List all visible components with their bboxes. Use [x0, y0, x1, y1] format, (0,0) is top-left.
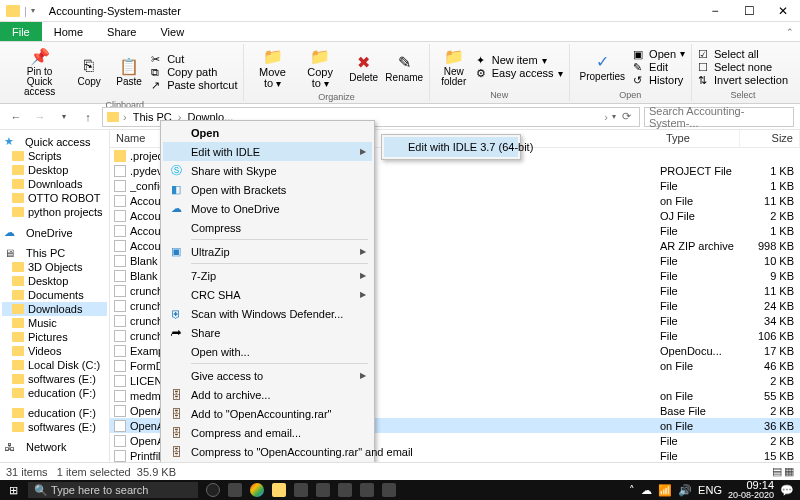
- nav-item[interactable]: Videos: [2, 344, 107, 358]
- ctx-compress-email[interactable]: 🗄Compress and email...: [163, 423, 372, 442]
- nav-item[interactable]: Music: [2, 316, 107, 330]
- ctx-7zip[interactable]: 7-Zip▶: [163, 266, 372, 285]
- app-icon[interactable]: [338, 483, 352, 497]
- ctx-defender[interactable]: ⛨Scan with Windows Defender...: [163, 304, 372, 323]
- refresh-icon[interactable]: ⟳: [618, 110, 635, 123]
- dropdown-icon[interactable]: ▾: [31, 6, 35, 15]
- tray-cloud-icon[interactable]: ☁: [641, 484, 652, 497]
- ctx-add-openacc[interactable]: 🗄Add to "OpenAccounting.rar": [163, 404, 372, 423]
- col-type[interactable]: Type: [660, 130, 740, 147]
- ctx-add-archive[interactable]: 🗄Add to archive...: [163, 385, 372, 404]
- select-none-button[interactable]: ☐Select none: [698, 61, 788, 73]
- open-button[interactable]: ▣Open ▾: [633, 48, 685, 60]
- select-all-button[interactable]: ☑Select all: [698, 48, 788, 60]
- file-icon: [114, 285, 126, 297]
- copy-to-button[interactable]: 📁Copy to ▾: [299, 44, 342, 91]
- nav-item[interactable]: education (F:): [2, 406, 107, 420]
- ctx-open[interactable]: Open: [163, 123, 372, 142]
- up-button[interactable]: ↑: [78, 107, 98, 127]
- nav-item[interactable]: Pictures: [2, 330, 107, 344]
- ctx-edit-idle[interactable]: Edit with IDLE▶: [163, 142, 372, 161]
- pin-button[interactable]: 📌Pin to Quick access: [12, 44, 67, 99]
- nav-item[interactable]: python projects: [2, 205, 107, 219]
- paste-shortcut-button[interactable]: ↗Paste shortcut: [151, 79, 237, 91]
- ctx-move-onedrive[interactable]: ☁Move to OneDrive: [163, 199, 372, 218]
- nav-network[interactable]: 🖧 Network: [2, 440, 107, 454]
- minimize-button[interactable]: −: [698, 0, 732, 22]
- invert-selection-button[interactable]: ⇅Invert selection: [698, 74, 788, 86]
- ctx-open-with[interactable]: Open with...: [163, 342, 372, 361]
- new-folder-button[interactable]: 📁New folder: [436, 44, 472, 89]
- easy-access-button[interactable]: ⚙Easy access ▾: [476, 67, 563, 79]
- copy-button[interactable]: ⎘Copy: [71, 54, 107, 89]
- nav-item[interactable]: Local Disk (C:): [2, 358, 107, 372]
- ctx-compress[interactable]: Compress: [163, 218, 372, 237]
- nav-this-pc[interactable]: 🖥 This PC: [2, 246, 107, 260]
- nav-item[interactable]: softwares (E:): [2, 372, 107, 386]
- tray-wifi-icon[interactable]: 📶: [658, 484, 672, 497]
- ctx-open-brackets[interactable]: ◧Open with Brackets: [163, 180, 372, 199]
- view-details-icon[interactable]: ▤: [772, 465, 782, 478]
- search-input[interactable]: Search Accounting-System-...: [644, 107, 794, 127]
- chrome-icon[interactable]: [250, 483, 264, 497]
- paste-button[interactable]: 📋Paste: [111, 54, 147, 89]
- nav-item[interactable]: Desktop: [2, 163, 107, 177]
- nav-item[interactable]: Downloads: [2, 177, 107, 191]
- new-item-button[interactable]: ✦New item ▾: [476, 54, 563, 66]
- ctx-share[interactable]: ⮫Share: [163, 323, 372, 342]
- view-large-icon[interactable]: ▦: [784, 465, 794, 478]
- cut-button[interactable]: ✂Cut: [151, 53, 237, 65]
- copy-path-button[interactable]: ⧉Copy path: [151, 66, 237, 78]
- rename-button[interactable]: ✎Rename: [386, 50, 423, 85]
- nav-item[interactable]: OTTO ROBOT: [2, 191, 107, 205]
- nav-item[interactable]: 3D Objects: [2, 260, 107, 274]
- dropdown-icon[interactable]: ▾: [612, 112, 616, 121]
- app-icon[interactable]: [316, 483, 330, 497]
- ctx-give-access[interactable]: Give access to▶: [163, 366, 372, 385]
- tray-notifications-icon[interactable]: 💬: [780, 484, 794, 497]
- edit-button[interactable]: ✎Edit: [633, 61, 685, 73]
- delete-button[interactable]: ✖Delete: [346, 50, 382, 85]
- nav-item[interactable]: softwares (E:): [2, 420, 107, 434]
- ctx-compress-oa-email[interactable]: 🗄Compress to "OpenAccounting.rar" and em…: [163, 442, 372, 461]
- ctx-ultrazip[interactable]: ▣UltraZip▶: [163, 242, 372, 261]
- properties-button[interactable]: ✓Properties: [576, 49, 630, 84]
- explorer-icon[interactable]: [272, 483, 286, 497]
- ribbon-collapse-icon[interactable]: ⌃: [780, 22, 800, 41]
- app-icon[interactable]: [294, 483, 308, 497]
- chevron-icon[interactable]: ›: [602, 111, 610, 123]
- tray-chevron-icon[interactable]: ˄: [629, 484, 635, 497]
- context-submenu: Edit with IDLE 3.7 (64-bit): [381, 134, 521, 160]
- tray-lang[interactable]: ENG: [698, 484, 722, 496]
- start-button[interactable]: ⊞: [0, 484, 26, 497]
- submenu-idle37[interactable]: Edit with IDLE 3.7 (64-bit): [384, 137, 518, 157]
- move-to-button[interactable]: 📁Move to ▾: [250, 44, 294, 91]
- maximize-button[interactable]: ☐: [732, 0, 766, 22]
- app-icon[interactable]: [360, 483, 374, 497]
- nav-quick-access[interactable]: ★ Quick access: [2, 134, 107, 149]
- ctx-crc-sha[interactable]: CRC SHA▶: [163, 285, 372, 304]
- tab-share[interactable]: Share: [95, 22, 148, 41]
- back-button[interactable]: ←: [6, 107, 26, 127]
- tab-home[interactable]: Home: [42, 22, 95, 41]
- history-button[interactable]: ↺History: [633, 74, 685, 86]
- close-button[interactable]: ✕: [766, 0, 800, 22]
- task-view-icon[interactable]: [206, 483, 220, 497]
- nav-item[interactable]: education (F:): [2, 386, 107, 400]
- app-icon[interactable]: [382, 483, 396, 497]
- tray-date[interactable]: 20-08-2020: [728, 491, 774, 500]
- tab-file[interactable]: File: [0, 22, 42, 41]
- forward-button[interactable]: →: [30, 107, 50, 127]
- tray-volume-icon[interactable]: 🔊: [678, 484, 692, 497]
- nav-item[interactable]: Downloads: [2, 302, 107, 316]
- nav-item[interactable]: Documents: [2, 288, 107, 302]
- nav-item[interactable]: Desktop: [2, 274, 107, 288]
- ctx-share-skype[interactable]: ⓈShare with Skype: [163, 161, 372, 180]
- nav-onedrive[interactable]: ☁ OneDrive: [2, 225, 107, 240]
- tab-view[interactable]: View: [148, 22, 196, 41]
- taskbar-search[interactable]: 🔍 Type here to search: [28, 482, 198, 498]
- nav-item[interactable]: Scripts: [2, 149, 107, 163]
- col-size[interactable]: Size: [740, 130, 800, 147]
- cortana-icon[interactable]: [228, 483, 242, 497]
- recent-button[interactable]: ▾: [54, 107, 74, 127]
